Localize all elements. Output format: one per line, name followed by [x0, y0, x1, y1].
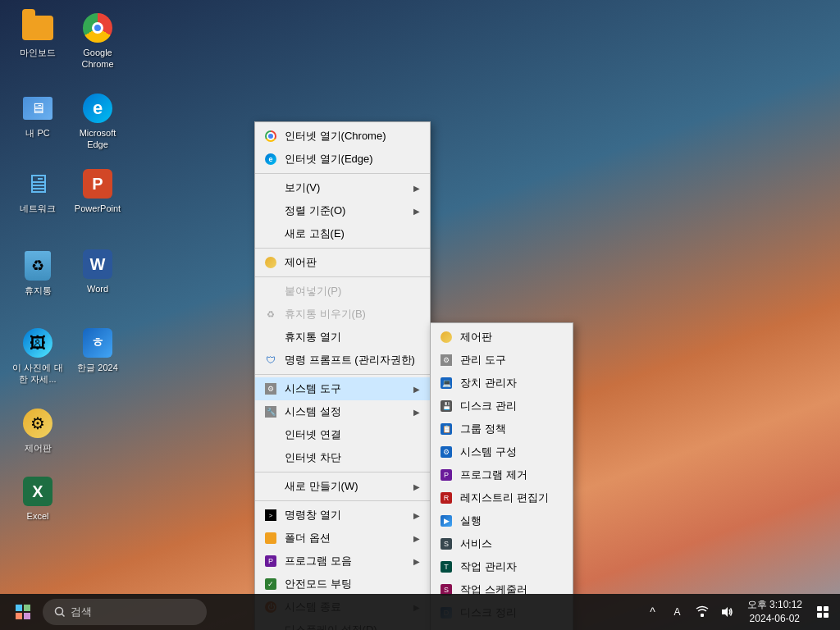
menu-sort-arrow: ▶: [413, 207, 420, 216]
menu-edge-icon: e: [263, 152, 278, 167]
menu-cp-label: 제어판: [285, 255, 317, 270]
sub-menu-cp[interactable]: 제어판: [431, 326, 573, 349]
menu-folder-options-label: 폴더 옵션: [285, 531, 331, 546]
sub-menu-diskmgr[interactable]: 💾 디스크 관리: [431, 395, 573, 418]
desktop-icon-network[interactable]: 🖥 네트워크: [8, 164, 67, 217]
sub-svc-label: 서비스: [460, 536, 492, 551]
folder-icon-label: 마인보드: [20, 47, 56, 58]
sub-prog-icon: P: [439, 468, 454, 482]
powerpoint-icon: P: [81, 167, 114, 200]
menu-open-chrome-label: 인터넷 열기(Chrome): [285, 129, 386, 144]
photos-icon: 🖼: [21, 326, 54, 359]
menu-open-cmd[interactable]: > 명령창 열기 ▶: [255, 504, 430, 527]
notification-button[interactable]: [812, 601, 833, 623]
menu-folder-options[interactable]: 폴더 옵션 ▶: [255, 527, 430, 550]
desktop-icon-powerpoint[interactable]: P PowerPoint: [68, 164, 127, 217]
sub-mgmt-icon: ⚙: [439, 353, 454, 368]
sub-menu-regedit[interactable]: R 레지스트리 편집기: [431, 486, 573, 509]
menu-system-settings[interactable]: 🔧 시스템 설정 ▶: [255, 400, 430, 423]
chrome-icon: [81, 11, 114, 44]
sub-regedit-icon: R: [439, 491, 454, 505]
menu-internet-connect[interactable]: 인터넷 연결: [255, 423, 430, 446]
start-button[interactable]: [7, 596, 39, 628]
sub-prog-label: 프로그램 제거: [460, 468, 527, 482]
desktop-icon-chrome[interactable]: Google Chrome: [68, 8, 127, 74]
network-icon-label: 네트워크: [20, 203, 56, 214]
menu-paste-label: 붙여넣기(P): [285, 284, 341, 299]
menu-sort[interactable]: 정렬 기준(O) ▶: [255, 199, 430, 222]
taskbar-left: 검색: [0, 596, 213, 628]
menu-open-recycle-label: 휴지통 열기: [285, 330, 341, 345]
tray-expand-icon[interactable]: ^: [642, 601, 664, 623]
search-bar[interactable]: 검색: [43, 599, 207, 625]
sub-run-label: 실행: [460, 514, 482, 528]
menu-view-arrow: ▶: [413, 184, 420, 193]
desktop-icon-excel[interactable]: X Excel: [8, 472, 67, 525]
clock-area[interactable]: 오후 3:10:12 2024-06-02: [741, 598, 809, 626]
desktop-icon-mypc[interactable]: 🖥 내 PC: [8, 89, 67, 142]
menu-cp-icon: [263, 255, 278, 270]
word-icon-label: Word: [87, 283, 108, 294]
sub-gp-icon: 📋: [439, 422, 454, 436]
menu-empty-recycle[interactable]: ♻ 휴지통 비우기(B): [255, 303, 430, 326]
desktop-icon-edge[interactable]: e Microsoft Edge: [68, 89, 127, 154]
menu-empty-recycle-label: 휴지통 비우기(B): [285, 307, 366, 322]
menu-program-habit-label: 프로그램 모음: [285, 554, 352, 568]
menu-open-chrome[interactable]: 인터넷 열기(Chrome): [255, 125, 430, 148]
menu-open-edge-label: 인터넷 열기(Edge): [285, 152, 373, 167]
sub-menu-run[interactable]: ▶ 실행: [431, 509, 573, 532]
menu-folder-arrow: ▶: [413, 534, 420, 543]
desktop-icon-recycle[interactable]: ♻ 휴지통: [8, 246, 67, 299]
desktop-icon-photos[interactable]: 🖼 이 사진에 대한 자세...: [8, 323, 67, 389]
sub-taskmgr-label: 작업 관리자: [460, 559, 517, 574]
tray-network-icon[interactable]: [692, 601, 713, 623]
svg-rect-1: [24, 605, 30, 611]
sub-menu-grouppolicy[interactable]: 📋 그룹 정책: [431, 418, 573, 441]
excel-icon-label: Excel: [27, 510, 49, 522]
sub-menu-taskmgr[interactable]: T 작업 관리자: [431, 555, 573, 578]
menu-open-edge[interactable]: e 인터넷 열기(Edge): [255, 148, 430, 171]
sub-taskmgr-icon: T: [439, 559, 454, 574]
menu-systool-arrow: ▶: [413, 385, 420, 394]
menu-refresh[interactable]: 새로 고침(E): [255, 222, 430, 245]
notification-icon: [816, 605, 829, 619]
menu-open-recycle[interactable]: 휴지통 열기: [255, 326, 430, 349]
svg-rect-3: [24, 613, 30, 619]
menu-cmd-admin[interactable]: 🛡 명령 프롬프트 (관리자권한): [255, 349, 430, 372]
tray-volume-icon[interactable]: [716, 601, 737, 623]
menu-safe-boot-label: 안전모드 부팅: [285, 577, 352, 591]
sub-cp-label: 제어판: [460, 330, 492, 345]
desktop-icon-folder[interactable]: 마인보드: [8, 8, 67, 62]
menu-internet-block[interactable]: 인터넷 차단: [255, 446, 430, 469]
desktop-icon-control[interactable]: ⚙ 제어판: [8, 404, 67, 457]
menu-safe-boot[interactable]: ✓ 안전모드 부팅: [255, 573, 430, 596]
sub-menu-programs[interactable]: P 프로그램 제거: [431, 463, 573, 486]
menu-new-arrow: ▶: [413, 482, 420, 491]
separator-4: [255, 374, 430, 375]
menu-system-tool[interactable]: ⚙ 시스템 도구 ▶: [255, 377, 430, 400]
menu-cmd-admin-label: 명령 프롬프트 (관리자권한): [285, 353, 415, 368]
excel-icon: X: [21, 475, 54, 508]
menu-chrome-icon: [263, 129, 278, 144]
sub-devmgr-label: 장치 관리자: [460, 376, 517, 390]
svg-rect-0: [16, 605, 22, 611]
menu-safe-icon: ✓: [263, 577, 278, 591]
sub-menu-devmgr[interactable]: 💻 장치 관리자: [431, 372, 573, 395]
hangeul-icon-label: 한글 2024: [77, 362, 118, 373]
menu-controlpanel[interactable]: 제어판: [255, 251, 430, 274]
desktop-icon-hangeul[interactable]: ㅎ 한글 2024: [68, 323, 127, 377]
desktop-icon-word[interactable]: W Word: [68, 244, 127, 298]
search-icon: [54, 606, 66, 618]
menu-cmd-arrow: ▶: [413, 511, 420, 520]
sub-menu-mgmt[interactable]: ⚙ 관리 도구: [431, 349, 573, 372]
menu-syssettings-icon: 🔧: [263, 404, 278, 419]
tray-keyboard-icon[interactable]: A: [667, 601, 688, 623]
edge-icon: e: [81, 92, 114, 125]
sub-menu-sysconfig[interactable]: ⚙ 시스템 구성: [431, 441, 573, 463]
menu-paste[interactable]: 붙여넣기(P): [255, 280, 430, 303]
sub-menu-services[interactable]: S 서비스: [431, 532, 573, 555]
menu-program-habit[interactable]: P 프로그램 모음 ▶: [255, 550, 430, 573]
menu-new[interactable]: 새로 만들기(W) ▶: [255, 475, 430, 498]
powerpoint-icon-label: PowerPoint: [75, 203, 121, 214]
menu-view[interactable]: 보기(V) ▶: [255, 176, 430, 199]
